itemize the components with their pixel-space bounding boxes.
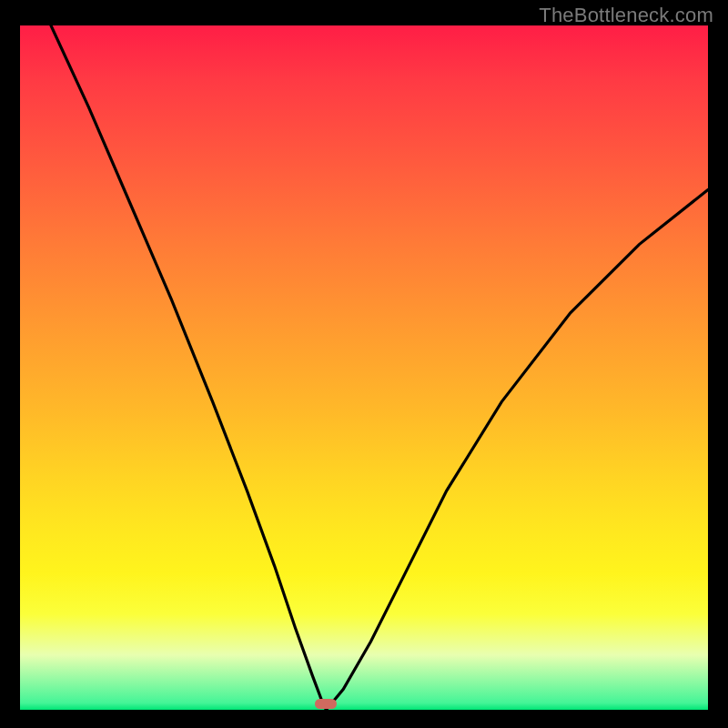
curve-path bbox=[51, 25, 708, 710]
watermark-text: TheBottleneck.com bbox=[539, 4, 713, 27]
chart-frame: TheBottleneck.com bbox=[0, 0, 728, 728]
bottleneck-curve bbox=[20, 25, 708, 710]
optimum-marker bbox=[315, 699, 337, 709]
